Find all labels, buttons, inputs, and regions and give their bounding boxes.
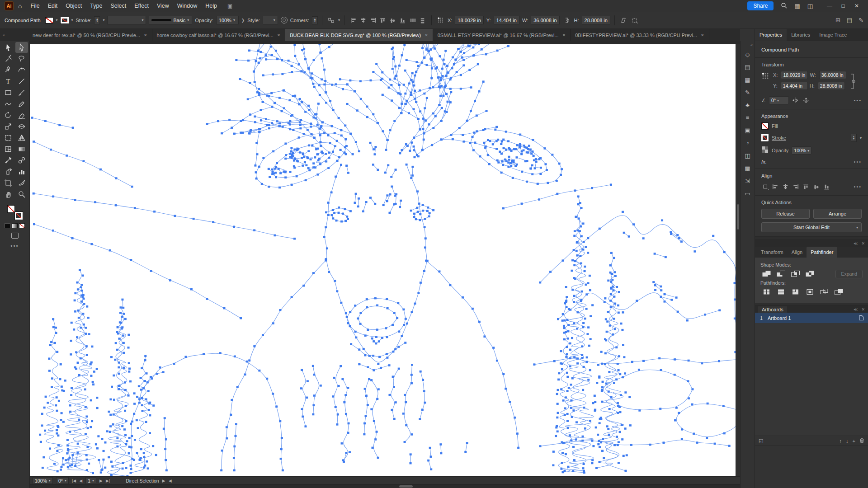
gradient-mode-button[interactable] [12,223,18,228]
variable-width-profile-select[interactable]: ▾ [107,16,146,24]
delete-artboard-icon[interactable] [859,438,864,444]
align-bottom-icon[interactable] [822,182,831,191]
menu-object[interactable]: Object [61,0,86,12]
intersect-icon[interactable] [789,269,801,278]
horizontal-scroll-thumb[interactable] [399,485,413,488]
pencil-tool[interactable] [15,99,28,109]
properties-grid-icon[interactable]: ⊞ [835,17,840,23]
stroke-color-swatch[interactable] [15,212,23,220]
artboard-options-icon[interactable]: ◱ [759,438,763,444]
horizontal-scrollbar[interactable] [30,484,740,488]
fill-caret-icon[interactable]: ▾ [56,18,58,22]
rectangle-tool[interactable] [2,87,14,98]
hand-tool[interactable] [2,189,14,200]
appearance-stroke-swatch[interactable] [761,134,769,141]
shaper-tool[interactable] [2,99,14,109]
gradient-tool[interactable] [15,144,28,155]
next-artboard-icon[interactable]: ▶ [99,479,103,483]
align-top-icon[interactable] [802,182,811,191]
document-tab[interactable]: 0BIFESTYPREVIEW.ai* @ 33.33 % (RGB/CPU P… [571,29,709,41]
menu-edit[interactable]: Edit [44,0,62,12]
zoom-tool[interactable] [15,189,28,200]
type-tool[interactable]: T [2,76,14,87]
artboard-list-item[interactable]: 1 Artboard 1 [755,313,868,323]
share-button[interactable]: Share [747,1,774,10]
none-mode-button[interactable] [19,223,25,228]
exclude-icon[interactable] [804,269,816,278]
swatches-panel-icon[interactable]: ▦ [745,76,750,83]
align-vdist-icon[interactable] [418,16,427,25]
align-vcenter-icon[interactable] [812,182,821,191]
align-left-icon[interactable] [349,16,358,25]
corners-stepper[interactable]: ▲▼ [312,16,318,24]
curvature-tool[interactable] [15,65,28,75]
illustrator-logo-icon[interactable]: Ai [5,1,14,10]
blend-tool[interactable] [15,155,28,166]
status-expand-icon[interactable]: ▶ [162,479,165,483]
artboard-page-icon[interactable] [859,315,864,321]
status-collapse-icon[interactable]: ◀ [169,479,172,483]
artboards-panel-icon[interactable]: ▣ [745,127,750,134]
constrain-proportions-icon[interactable] [562,16,571,25]
stroke-label-link[interactable]: Stroke [772,135,786,141]
rotation-angle-select[interactable]: 0°▾ [769,96,789,104]
eyedropper-tool[interactable] [2,155,14,166]
release-button[interactable]: Release [761,209,810,219]
artboard-tool[interactable] [2,178,14,188]
unite-icon[interactable] [760,269,772,278]
width-input[interactable]: 36.0008 in [531,16,559,24]
align-to-selector-icon[interactable] [761,182,770,191]
rotation-select[interactable]: 0°▾ [56,477,69,484]
move-artboard-down-icon[interactable]: ↓ [846,438,849,444]
tab-libraries[interactable]: Libraries [787,29,815,41]
align-hdist-icon[interactable] [408,16,417,25]
fill-stroke-indicator[interactable] [7,205,23,220]
flip-horizontal-icon[interactable] [791,96,800,105]
panels-collapse-icon[interactable]: « [750,43,753,47]
draw-mode-button[interactable] [11,233,19,239]
merge-icon[interactable] [789,287,801,296]
menu-select[interactable]: Select [106,0,130,12]
arrange-documents-icon[interactable]: ▦ [794,3,800,9]
edit-toolbar-icon[interactable]: ✎ [859,17,863,23]
export-panel-icon[interactable]: ⇲ [745,178,750,184]
comments-panel-icon[interactable]: ▭ [745,190,750,197]
flip-vertical-icon[interactable] [802,96,811,105]
align-right-icon[interactable] [791,182,800,191]
stroke-weight-stepper[interactable]: ▲▼ [851,134,857,142]
height-input[interactable]: 28.8008 in [582,16,610,24]
shear-icon[interactable] [619,16,628,25]
transform-y-input[interactable]: 14.404 in [781,82,808,90]
document-tab[interactable]: 0SMALL ETSY PREVIEW.ai* @ 16.67 % (RGB/P… [433,29,571,41]
brush-definition-select[interactable]: Basic▾ [149,16,192,24]
first-artboard-icon[interactable]: |◀ [72,479,76,483]
document-tab-active[interactable]: BUCK BEAR ELK DOE SVG.svg* @ 100 % (RGB/… [285,29,433,41]
dock-collapse-icon[interactable]: ≪ [854,241,858,246]
document-tab[interactable]: new deer for rex.ai* @ 50 % (RGB/CPU Pre… [28,29,152,41]
dock-tab-pathfinder[interactable]: Pathfinder [807,247,837,258]
tab-image-trace[interactable]: Image Trace [815,29,851,41]
artboards-title[interactable]: Artboards [758,306,787,313]
graphic-styles-panel-icon[interactable]: ◫ [745,152,750,159]
start-global-edit-button[interactable]: Start Global Edit ▾ [761,222,862,232]
expand-button[interactable]: Expand [835,270,863,278]
free-transform-tool[interactable] [2,132,14,143]
minus-front-icon[interactable] [775,269,787,278]
maximize-button[interactable]: □ [836,3,850,9]
vertical-scroll-thumb[interactable] [737,204,739,230]
align-right-icon[interactable] [368,16,377,25]
document-panel-icon[interactable]: ▤ [745,64,750,70]
x-input[interactable]: 18.0029 in [455,16,483,24]
brushes-panel-icon[interactable]: ✎ [745,89,750,96]
document-tab[interactable]: horse cowboy calf lasso.ai* @ 16.67 % (R… [152,29,286,41]
pen-tool[interactable] [2,65,14,75]
opacity-select[interactable]: 100%▾ [792,146,811,155]
align-hcenter-icon[interactable] [359,16,368,25]
stroke-swatch[interactable] [61,17,69,23]
tab-close-icon[interactable]: ✕ [425,33,428,38]
home-icon[interactable]: ⌂ [18,2,22,9]
transform-more-options-icon[interactable]: ••• [854,98,862,103]
dock-tab-transform[interactable]: Transform [757,247,788,258]
menu-file[interactable]: File [26,0,43,12]
fill-color-swatch[interactable] [7,205,15,213]
